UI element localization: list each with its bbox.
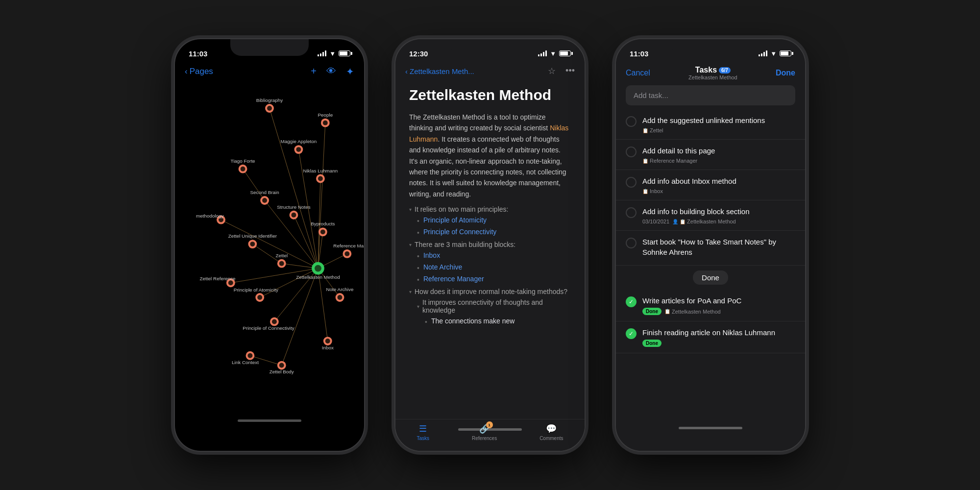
task-content-6: Write articles for PoA and PoC Done 📋 Ze… — [642, 295, 795, 315]
task-item-2: Add detail to this page 📋 Reference Mana… — [616, 140, 805, 170]
svg-line-1 — [318, 123, 325, 269]
nav-bar-1: ‹ Pages + 👁 ✦ — [175, 64, 364, 82]
home-indicator-1 — [238, 419, 301, 422]
status-bar-1: 11:03 ▼ — [175, 39, 364, 64]
eye-icon-1[interactable]: 👁 — [326, 66, 336, 77]
svg-point-19 — [267, 106, 272, 111]
task-circle-1[interactable] — [626, 116, 637, 127]
nodes-icon-1[interactable]: ✦ — [346, 66, 354, 77]
section2-collapse[interactable]: ▾ There are 3 main building blocks: — [409, 241, 571, 248]
add-icon-1[interactable]: + — [311, 66, 317, 77]
section1-text: It relies on two main principles: — [415, 205, 508, 213]
tasks-nav-subtitle: Zettelkasten Method — [688, 74, 737, 80]
svg-text:Principle of Connectivity: Principle of Connectivity — [243, 325, 294, 331]
svg-point-51 — [272, 319, 277, 324]
add-task-input[interactable]: Add task... — [626, 85, 795, 105]
phone-2: 12:30 ▼ ‹ Zettelkast — [394, 38, 586, 452]
svg-point-41 — [279, 261, 284, 266]
svg-point-23 — [296, 147, 301, 152]
chevron-left-icon-1: ‹ — [185, 67, 188, 76]
task-content-2: Add detail to this page 📋 Reference Mana… — [642, 146, 795, 164]
task-circle-3[interactable] — [626, 177, 637, 188]
tag-icon-2: 📋 — [642, 158, 648, 164]
section3-sub-collapse[interactable]: ▾ It improves connectivity of thoughts a… — [409, 298, 571, 314]
task-meta-2: 📋 Reference Manager — [642, 158, 795, 164]
tab-comments[interactable]: 💬 Comments — [539, 423, 563, 441]
more-icon[interactable]: ••• — [565, 66, 575, 76]
task-item-3: Add info about Inbox method 📋 Inbox — [616, 170, 805, 200]
refmanager-link[interactable]: Reference Manager — [423, 275, 484, 284]
tasks-icon: ☰ — [419, 423, 427, 434]
notearchive-link[interactable]: Note Archive — [423, 263, 462, 272]
time-2: 12:30 — [409, 49, 428, 58]
bullet-dot-6: • — [425, 318, 427, 326]
done-button-nav[interactable]: Done — [776, 69, 795, 77]
cancel-button[interactable]: Cancel — [626, 69, 650, 77]
task-text-6: Write articles for PoA and PoC — [642, 295, 795, 306]
svg-point-29 — [262, 198, 267, 203]
star-icon[interactable]: ☆ — [548, 66, 556, 76]
signal-icon-1 — [318, 50, 326, 56]
inbox-link[interactable]: Inbox — [423, 251, 440, 260]
battery-icon-1 — [339, 50, 350, 56]
back-label-2: Zettelkasten Meth... — [410, 67, 474, 75]
nav-bar-3: Cancel Tasks 6/7 Zettelkasten Method Don… — [616, 64, 805, 81]
task-item-6: ✓ Write articles for PoA and PoC Done 📋 … — [616, 290, 805, 321]
task-tag-1: 📋 Zettel — [642, 127, 663, 133]
bullet-dot-5: • — [417, 276, 419, 284]
nav-actions-1: + 👁 ✦ — [311, 66, 354, 77]
task-text-5: Start book "How to Take Smart Notes" by … — [642, 237, 795, 257]
tag-icon-1: 📋 — [642, 128, 648, 133]
task-text-4: Add info to building block section — [642, 206, 795, 217]
note-section-1: ▾ It relies on two main principles: • Pr… — [409, 205, 571, 237]
task-text-7: Finish reading article on Niklas Luhmann — [642, 327, 795, 338]
tab-references[interactable]: 🔗 1 References — [472, 423, 497, 441]
done-badge-7: Done — [642, 340, 662, 347]
back-button-1[interactable]: ‹ Pages — [185, 67, 213, 76]
svg-text:Byproducts: Byproducts — [311, 221, 335, 226]
principle-atomicity-link[interactable]: Principle of Atomicity — [423, 216, 487, 225]
task-circle-7[interactable]: ✓ — [626, 328, 637, 339]
tab-tasks[interactable]: ☰ Tasks — [416, 423, 429, 441]
svg-text:Tiago Forte: Tiago Forte — [230, 158, 255, 164]
status-icons-3: ▼ — [759, 50, 791, 57]
task-circle-5[interactable] — [626, 238, 637, 248]
svg-text:Zettel Reference: Zettel Reference — [200, 276, 236, 281]
section1-collapse[interactable]: ▾ It relies on two main principles: — [409, 205, 571, 213]
collapse-arrow-2: ▾ — [409, 242, 412, 247]
task-meta-6: Done 📋 Zettelkasten Method — [642, 308, 795, 315]
status-bar-3: 11:03 ▼ — [616, 39, 805, 64]
task-meta-3: 📋 Inbox — [642, 188, 795, 194]
task-item-5: Start book "How to Take Smart Notes" by … — [616, 231, 805, 266]
principle-connectivity-link[interactable]: Principle of Connectivity — [423, 228, 496, 237]
back-button-2[interactable]: ‹ Zettelkasten Meth... — [405, 67, 474, 75]
time-3: 11:03 — [630, 49, 648, 58]
nav-bar-2: ‹ Zettelkasten Meth... ☆ ••• — [395, 64, 585, 81]
done-section-button[interactable]: Done — [693, 270, 728, 285]
bullet-dot-2: • — [417, 229, 419, 237]
section3-collapse[interactable]: ▾ How does it improve normal note-taking… — [409, 288, 571, 295]
task-circle-6[interactable]: ✓ — [626, 296, 637, 307]
battery-icon-2 — [559, 50, 571, 56]
tag-label-3: Inbox — [650, 188, 663, 194]
svg-text:Zettel Body: Zettel Body — [270, 369, 294, 374]
svg-line-6 — [221, 220, 318, 269]
phone-1: 11:03 ▼ ‹ Pages — [174, 38, 365, 452]
task-tag-2: 📋 Reference Manager — [642, 158, 697, 164]
svg-point-39 — [344, 251, 349, 256]
section3-text: How does it improve normal note-taking m… — [415, 288, 567, 295]
task-circle-2[interactable] — [626, 147, 637, 157]
svg-point-55 — [247, 353, 252, 358]
note-body: The Zettelkasten Method is a tool to opt… — [409, 112, 571, 199]
svg-line-13 — [260, 269, 318, 297]
nav-center-3: Tasks 6/7 Zettelkasten Method — [688, 66, 737, 80]
battery-icon-3 — [780, 50, 791, 56]
wifi-icon-1: ▼ — [329, 50, 336, 57]
note-section-2: ▾ There are 3 main building blocks: • In… — [409, 241, 571, 284]
svg-text:Zettel Unique Identifier: Zettel Unique Identifier — [228, 233, 277, 239]
svg-point-43 — [315, 265, 321, 272]
section2-text: There are 3 main building blocks: — [415, 241, 515, 248]
task-circle-4[interactable] — [626, 207, 637, 218]
bullet-dot-3: • — [417, 252, 419, 260]
svg-point-33 — [292, 213, 296, 218]
